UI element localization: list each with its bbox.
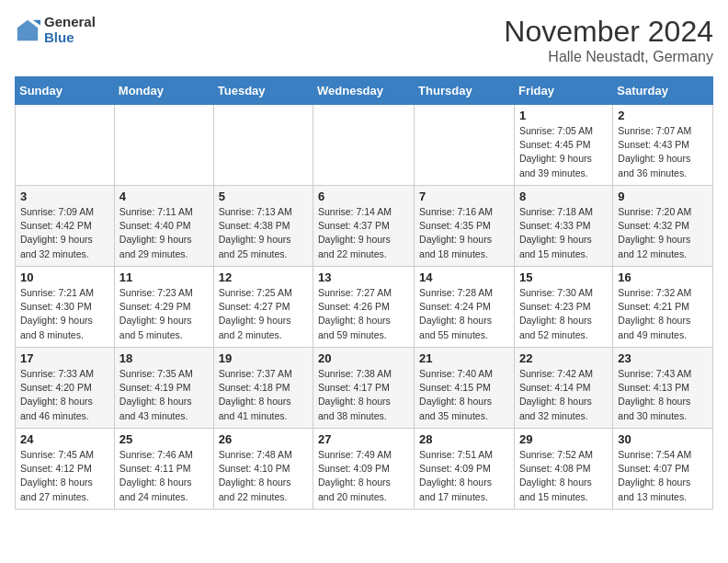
- day-cell: 7Sunrise: 7:16 AM Sunset: 4:35 PM Daylig…: [415, 186, 515, 267]
- day-info: Sunrise: 7:45 AM Sunset: 4:12 PM Dayligh…: [20, 448, 109, 504]
- day-info: Sunrise: 7:51 AM Sunset: 4:09 PM Dayligh…: [419, 448, 509, 504]
- day-number: 14: [419, 270, 509, 284]
- day-cell: 15Sunrise: 7:30 AM Sunset: 4:23 PM Dayli…: [514, 267, 612, 348]
- day-number: 7: [419, 190, 509, 203]
- day-info: Sunrise: 7:48 AM Sunset: 4:10 PM Dayligh…: [219, 448, 308, 504]
- day-number: 3: [20, 190, 109, 203]
- day-cell: 4Sunrise: 7:11 AM Sunset: 4:40 PM Daylig…: [114, 186, 213, 267]
- day-info: Sunrise: 7:13 AM Sunset: 4:38 PM Dayligh…: [219, 205, 308, 261]
- day-cell: 19Sunrise: 7:37 AM Sunset: 4:18 PM Dayli…: [213, 348, 313, 429]
- day-cell: 22Sunrise: 7:42 AM Sunset: 4:14 PM Dayli…: [514, 348, 612, 429]
- day-cell: [16, 105, 115, 186]
- day-number: 24: [20, 432, 109, 446]
- day-cell: 24Sunrise: 7:45 AM Sunset: 4:12 PM Dayli…: [16, 429, 115, 510]
- day-number: 4: [119, 190, 209, 203]
- logo: General Blue: [15, 15, 96, 45]
- day-info: Sunrise: 7:33 AM Sunset: 4:20 PM Dayligh…: [20, 367, 109, 423]
- day-number: 26: [219, 432, 308, 446]
- day-number: 8: [519, 190, 608, 203]
- day-info: Sunrise: 7:28 AM Sunset: 4:24 PM Dayligh…: [419, 286, 509, 342]
- day-cell: 25Sunrise: 7:46 AM Sunset: 4:11 PM Dayli…: [114, 429, 213, 510]
- day-cell: 29Sunrise: 7:52 AM Sunset: 4:08 PM Dayli…: [514, 429, 612, 510]
- day-cell: [415, 105, 515, 186]
- day-number: 11: [119, 270, 209, 284]
- day-info: Sunrise: 7:21 AM Sunset: 4:30 PM Dayligh…: [20, 286, 109, 342]
- day-info: Sunrise: 7:14 AM Sunset: 4:37 PM Dayligh…: [318, 205, 409, 261]
- day-cell: 12Sunrise: 7:25 AM Sunset: 4:27 PM Dayli…: [213, 267, 313, 348]
- day-number: 29: [519, 432, 608, 446]
- day-number: 23: [618, 351, 708, 365]
- day-info: Sunrise: 7:52 AM Sunset: 4:08 PM Dayligh…: [519, 448, 608, 504]
- day-number: 1: [519, 109, 608, 122]
- day-cell: 13Sunrise: 7:27 AM Sunset: 4:26 PM Dayli…: [313, 267, 415, 348]
- weekday-header-tuesday: Tuesday: [213, 77, 313, 105]
- logo-icon: [15, 17, 40, 43]
- day-cell: 10Sunrise: 7:21 AM Sunset: 4:30 PM Dayli…: [16, 267, 115, 348]
- day-info: Sunrise: 7:11 AM Sunset: 4:40 PM Dayligh…: [119, 205, 209, 261]
- month-title: November 2024: [504, 15, 713, 49]
- day-info: Sunrise: 7:30 AM Sunset: 4:23 PM Dayligh…: [519, 286, 608, 342]
- day-number: 16: [618, 270, 708, 284]
- weekday-header-friday: Friday: [514, 77, 612, 105]
- day-cell: [213, 105, 313, 186]
- calendar-header: SundayMondayTuesdayWednesdayThursdayFrid…: [16, 77, 713, 105]
- day-cell: [313, 105, 415, 186]
- day-cell: 30Sunrise: 7:54 AM Sunset: 4:07 PM Dayli…: [613, 429, 713, 510]
- weekday-header-monday: Monday: [114, 77, 213, 105]
- day-cell: 21Sunrise: 7:40 AM Sunset: 4:15 PM Dayli…: [415, 348, 515, 429]
- day-number: 12: [219, 270, 308, 284]
- day-cell: 2Sunrise: 7:07 AM Sunset: 4:43 PM Daylig…: [613, 105, 713, 186]
- day-info: Sunrise: 7:23 AM Sunset: 4:29 PM Dayligh…: [119, 286, 209, 342]
- day-cell: 27Sunrise: 7:49 AM Sunset: 4:09 PM Dayli…: [313, 429, 415, 510]
- day-info: Sunrise: 7:27 AM Sunset: 4:26 PM Dayligh…: [318, 286, 409, 342]
- day-number: 13: [318, 270, 409, 284]
- logo-general: General: [44, 15, 96, 30]
- calendar-body: 1Sunrise: 7:05 AM Sunset: 4:45 PM Daylig…: [16, 105, 713, 510]
- day-info: Sunrise: 7:32 AM Sunset: 4:21 PM Dayligh…: [618, 286, 708, 342]
- svg-marker-0: [17, 19, 38, 40]
- day-info: Sunrise: 7:18 AM Sunset: 4:33 PM Dayligh…: [519, 205, 608, 261]
- day-cell: 11Sunrise: 7:23 AM Sunset: 4:29 PM Dayli…: [114, 267, 213, 348]
- day-info: Sunrise: 7:54 AM Sunset: 4:07 PM Dayligh…: [618, 448, 708, 504]
- day-number: 22: [519, 351, 608, 365]
- day-info: Sunrise: 7:49 AM Sunset: 4:09 PM Dayligh…: [318, 448, 409, 504]
- day-info: Sunrise: 7:38 AM Sunset: 4:17 PM Dayligh…: [318, 367, 409, 423]
- weekday-row: SundayMondayTuesdayWednesdayThursdayFrid…: [16, 77, 713, 105]
- week-row-3: 10Sunrise: 7:21 AM Sunset: 4:30 PM Dayli…: [16, 267, 713, 348]
- day-number: 28: [419, 432, 509, 446]
- day-cell: 3Sunrise: 7:09 AM Sunset: 4:42 PM Daylig…: [16, 186, 115, 267]
- day-number: 9: [618, 190, 708, 203]
- svg-marker-1: [33, 19, 40, 25]
- day-info: Sunrise: 7:46 AM Sunset: 4:11 PM Dayligh…: [119, 448, 209, 504]
- day-number: 20: [318, 351, 409, 365]
- weekday-header-sunday: Sunday: [16, 77, 115, 105]
- day-number: 5: [219, 190, 308, 203]
- day-number: 21: [419, 351, 509, 365]
- day-info: Sunrise: 7:43 AM Sunset: 4:13 PM Dayligh…: [618, 367, 708, 423]
- title-section: November 2024 Halle Neustadt, Germany: [504, 15, 713, 65]
- day-info: Sunrise: 7:42 AM Sunset: 4:14 PM Dayligh…: [519, 367, 608, 423]
- day-info: Sunrise: 7:07 AM Sunset: 4:43 PM Dayligh…: [618, 124, 708, 180]
- day-cell: 23Sunrise: 7:43 AM Sunset: 4:13 PM Dayli…: [613, 348, 713, 429]
- day-number: 17: [20, 351, 109, 365]
- week-row-5: 24Sunrise: 7:45 AM Sunset: 4:12 PM Dayli…: [16, 429, 713, 510]
- calendar: SundayMondayTuesdayWednesdayThursdayFrid…: [15, 76, 713, 510]
- day-number: 27: [318, 432, 409, 446]
- logo-blue: Blue: [44, 30, 96, 46]
- weekday-header-thursday: Thursday: [415, 77, 515, 105]
- day-number: 18: [119, 351, 209, 365]
- day-number: 15: [519, 270, 608, 284]
- weekday-header-wednesday: Wednesday: [313, 77, 415, 105]
- day-cell: 20Sunrise: 7:38 AM Sunset: 4:17 PM Dayli…: [313, 348, 415, 429]
- day-cell: 8Sunrise: 7:18 AM Sunset: 4:33 PM Daylig…: [514, 186, 612, 267]
- day-cell: 17Sunrise: 7:33 AM Sunset: 4:20 PM Dayli…: [16, 348, 115, 429]
- day-number: 19: [219, 351, 308, 365]
- day-info: Sunrise: 7:37 AM Sunset: 4:18 PM Dayligh…: [219, 367, 308, 423]
- week-row-4: 17Sunrise: 7:33 AM Sunset: 4:20 PM Dayli…: [16, 348, 713, 429]
- day-cell: [114, 105, 213, 186]
- day-number: 10: [20, 270, 109, 284]
- day-cell: 5Sunrise: 7:13 AM Sunset: 4:38 PM Daylig…: [213, 186, 313, 267]
- day-cell: 6Sunrise: 7:14 AM Sunset: 4:37 PM Daylig…: [313, 186, 415, 267]
- week-row-1: 1Sunrise: 7:05 AM Sunset: 4:45 PM Daylig…: [16, 105, 713, 186]
- day-cell: 16Sunrise: 7:32 AM Sunset: 4:21 PM Dayli…: [613, 267, 713, 348]
